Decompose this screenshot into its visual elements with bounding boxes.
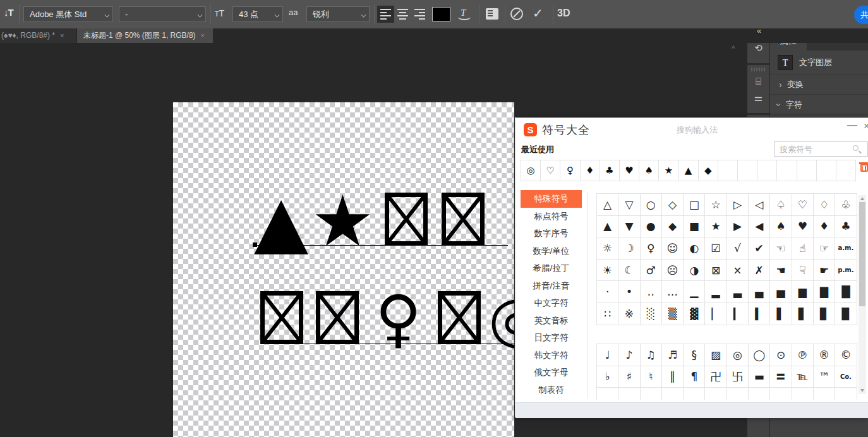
recent-symbol-cell[interactable] <box>797 160 817 181</box>
symbol-cell[interactable]: ☑ <box>705 237 726 260</box>
category-item-5[interactable]: 拼音/注音 <box>521 277 582 295</box>
clear-recent-trash-icon[interactable] <box>860 164 868 172</box>
text-color-swatch[interactable] <box>432 7 450 21</box>
symbol-cell[interactable]: ▨ <box>705 344 726 366</box>
symbol-cell[interactable]: √ <box>727 237 749 260</box>
transform-section-header[interactable]: › 变换 <box>770 75 868 95</box>
recent-symbol-cell[interactable]: ♥ <box>620 160 639 181</box>
recent-symbol-cell[interactable]: ♦ <box>581 160 600 181</box>
symbol-cell[interactable]: ‖ <box>662 366 684 388</box>
scrollbar-up-icon[interactable] <box>860 197 864 200</box>
symbol-cell[interactable]: ♮ <box>641 366 662 388</box>
symbol-cell[interactable]: · <box>597 281 618 303</box>
cancel-edits-icon[interactable] <box>510 8 523 20</box>
symbol-cell[interactable]: ◑ <box>684 260 705 282</box>
dock-grip[interactable] <box>751 68 766 71</box>
category-item-8[interactable]: 日文字符 <box>521 329 582 347</box>
symbol-cell[interactable]: ∷ <box>597 303 618 325</box>
symbol-cell[interactable]: ¶ <box>684 366 705 388</box>
adjust-sliders-panel-icon[interactable]: ⚌ <box>752 92 765 104</box>
brush-settings-panel-icon[interactable]: ⌸ <box>752 75 765 88</box>
symbol-cell[interactable]: ☹ <box>662 260 684 282</box>
font-family-select[interactable]: Adobe 黑体 Std <box>23 6 113 22</box>
symbol-cell[interactable]: ▶ <box>727 216 749 238</box>
recent-symbol-cell[interactable] <box>738 160 757 181</box>
symbol-cell[interactable]: ♣ <box>835 216 857 238</box>
symbol-cell[interactable]: ☞ <box>814 237 835 260</box>
symbol-cell[interactable]: ♬ <box>662 344 684 366</box>
symbol-cell[interactable]: § <box>684 344 705 366</box>
symbol-cell[interactable]: ◎ <box>727 344 749 366</box>
recent-symbol-cell[interactable] <box>836 160 856 181</box>
symbol-cell[interactable]: ▷ <box>727 194 749 216</box>
symbol-cell[interactable]: ☾ <box>618 260 640 282</box>
symbol-cell[interactable]: 卍 <box>705 366 726 388</box>
symbol-cell[interactable]: ◐ <box>684 237 705 260</box>
recent-symbol-cell[interactable] <box>817 160 836 181</box>
document-canvas[interactable]: ▲★ ♀◎ <box>173 102 514 437</box>
recent-symbol-cell[interactable]: ♠ <box>639 160 659 181</box>
symbol-cell[interactable]: ▼ <box>618 216 640 238</box>
symbol-cell[interactable]: ▎ <box>727 303 749 325</box>
align-right-button[interactable] <box>411 6 428 23</box>
symbol-cell[interactable]: ⊙ <box>770 344 792 366</box>
symbol-cell[interactable]: ☆ <box>705 194 726 216</box>
symbol-cell[interactable]: ⊠ <box>705 260 726 282</box>
recent-symbol-cell[interactable]: ▲ <box>679 160 699 181</box>
recent-symbol-cell[interactable] <box>757 160 777 181</box>
symbol-cell[interactable]: • <box>618 281 640 303</box>
symbol-cell[interactable]: ☽ <box>618 237 640 260</box>
symbol-cell[interactable]: ☛ <box>814 260 835 282</box>
symbol-cell[interactable]: ♯ <box>618 366 640 388</box>
symbol-cell[interactable]: ▋ <box>792 303 814 325</box>
symbol-cell[interactable]: ◀ <box>749 216 770 238</box>
symbol-cell[interactable]: ☀ <box>597 260 618 282</box>
grid-scrollbar[interactable] <box>859 195 866 394</box>
symbol-cell[interactable]: ♤ <box>770 194 792 216</box>
close-icon[interactable]: × <box>864 121 868 132</box>
category-item-10[interactable]: 俄文字母 <box>521 364 582 381</box>
history-panel-icon[interactable]: ⟲ <box>752 42 765 54</box>
symbol-cell[interactable]: ♫ <box>641 344 662 366</box>
recent-symbol-cell[interactable]: ◎ <box>521 160 541 181</box>
symbol-cell[interactable]: × <box>727 260 749 282</box>
category-item-4[interactable]: 希腊/拉丁 <box>521 260 582 277</box>
symbol-cell[interactable]: ✗ <box>749 260 770 282</box>
font-style-select[interactable]: - <box>119 6 206 22</box>
recent-symbol-cell[interactable]: ◆ <box>699 160 718 181</box>
category-item-11[interactable]: 制表符 <box>521 381 582 399</box>
symbol-cell[interactable]: ▽ <box>618 194 640 216</box>
symbol-cell[interactable]: ▄ <box>749 281 770 303</box>
symbol-cell[interactable]: ☚ <box>770 260 792 282</box>
symbol-cell[interactable]: ▒ <box>662 303 684 325</box>
recent-symbol-cell[interactable] <box>718 160 738 181</box>
symbol-cell[interactable]: ♭ <box>597 366 618 388</box>
align-center-button[interactable] <box>394 6 411 23</box>
warp-text-icon[interactable]: T <box>461 8 466 18</box>
symbol-cell[interactable]: a.m. <box>835 237 857 260</box>
close-tab-icon[interactable]: × <box>60 32 64 39</box>
symbol-cell[interactable]: ▂ <box>705 281 726 303</box>
symbol-cell[interactable]: △ <box>597 194 618 216</box>
category-item-3[interactable]: 数学/单位 <box>521 242 582 260</box>
symbol-cell[interactable]: 〓 <box>770 366 792 388</box>
recent-symbol-cell[interactable]: ♀ <box>560 160 580 181</box>
category-item-1[interactable]: 标点符号 <box>521 208 582 225</box>
scrollbar-thumb[interactable] <box>859 202 865 306</box>
symbol-cell[interactable]: ♂ <box>641 260 662 282</box>
document-tab-inactive[interactable]: % (♠♥♦, RGB/8#) *× <box>0 28 76 43</box>
symbol-cell[interactable]: ▓ <box>684 303 705 325</box>
symbol-cell[interactable]: █ <box>835 281 857 303</box>
symbol-cell[interactable]: ☝ <box>792 237 814 260</box>
symbol-cell[interactable]: ▬ <box>749 366 770 388</box>
font-size-select[interactable]: 43 点 <box>232 6 283 22</box>
symbol-cell[interactable]: ♢ <box>814 194 835 216</box>
symbol-cell[interactable]: ♥ <box>792 216 814 238</box>
symbol-cell[interactable]: ☼ <box>597 237 618 260</box>
scrollbar-down-icon[interactable] <box>860 389 864 392</box>
align-left-button[interactable] <box>377 6 394 23</box>
document-tab-active[interactable]: 未标题-1 @ 50% (图层 1, RGB/8)× <box>77 28 213 43</box>
category-item-9[interactable]: 韩文字符 <box>521 347 582 364</box>
symbol-cell[interactable]: Co. <box>835 366 857 388</box>
symbol-cell[interactable]: ▃ <box>727 281 749 303</box>
